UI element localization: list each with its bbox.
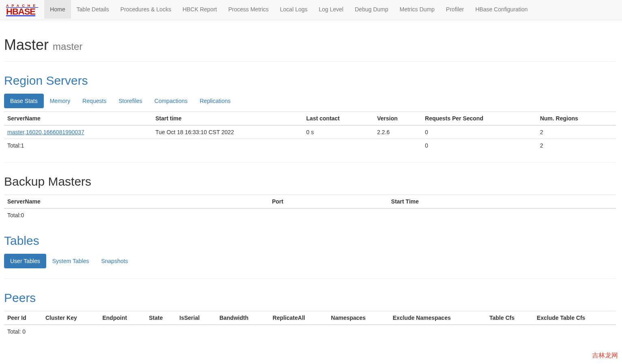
table-row: master,16020,1666081990037Tue Oct 18 16:… <box>4 125 616 139</box>
region-servers-heading[interactable]: Region Servers <box>4 74 88 87</box>
tab-item[interactable]: Requests <box>76 94 112 108</box>
column-header: State <box>146 311 176 325</box>
page-title-sub: master <box>53 41 82 52</box>
backup-masters-heading: Backup Masters <box>4 175 616 188</box>
total-label: Total:1 <box>4 139 152 152</box>
nav-item[interactable]: Local Logs <box>275 0 313 19</box>
nav-item[interactable]: Home <box>44 0 71 19</box>
column-header: ServerName <box>4 112 152 126</box>
column-header: ReplicateAll <box>269 311 328 325</box>
tables-heading[interactable]: Tables <box>4 234 39 247</box>
table-total-row: Total:102 <box>4 139 616 152</box>
nav-item[interactable]: Process Metrics <box>223 0 275 19</box>
region-servers-table: ServerNameStart timeLast contactVersionR… <box>4 111 616 152</box>
nav-item[interactable]: Profiler <box>440 0 470 19</box>
column-header: Last contact <box>303 112 374 126</box>
backup-masters-section: Backup Masters ServerNamePortStart Time … <box>4 175 616 222</box>
tables-section: Tables User TablesSystem TablesSnapshots <box>4 234 616 268</box>
server-link[interactable]: master,16020,1666081990037 <box>7 129 84 135</box>
column-header: Exclude Namespaces <box>390 311 486 325</box>
backup-masters-table: ServerNamePortStart Time Total:0 <box>4 195 616 222</box>
watermark: 吉林龙网 <box>592 351 618 360</box>
nav-item[interactable]: Table Details <box>71 0 115 19</box>
page-header: Master master <box>4 36 616 62</box>
column-header: Namespaces <box>328 311 389 325</box>
nav-item[interactable]: HBase Configuration <box>470 0 533 19</box>
table-row: Total:0 <box>4 208 616 222</box>
tab-item[interactable]: System Tables <box>46 254 95 268</box>
page-title: Master master <box>4 36 616 54</box>
column-header: ServerName <box>4 195 269 209</box>
logo-bottom-text: HBASE <box>6 8 38 16</box>
region-servers-tabs: Base StatsMemoryRequestsStorefilesCompac… <box>4 94 616 108</box>
peers-total: Total: 0 <box>4 325 616 338</box>
tab-item[interactable]: Snapshots <box>95 254 134 268</box>
cell-rps: 0 <box>422 125 537 139</box>
tab-item[interactable]: Compactions <box>148 94 194 108</box>
tab-item[interactable]: Storefiles <box>112 94 148 108</box>
peers-section: Peers Peer IdCluster KeyEndpointStateIsS… <box>4 291 616 338</box>
total-regions: 2 <box>537 139 616 152</box>
column-header: Num. Regions <box>537 112 616 126</box>
column-header: Version <box>374 112 422 126</box>
cell-regions: 2 <box>537 125 616 139</box>
cell-last: 0 s <box>303 125 374 139</box>
page-title-main: Master <box>4 36 49 53</box>
column-header: Bandwidth <box>216 311 269 325</box>
table-row: Total: 0 <box>4 325 616 338</box>
column-header: Endpoint <box>99 311 146 325</box>
nav-item[interactable]: HBCK Report <box>177 0 223 19</box>
column-header: Start time <box>152 112 303 126</box>
cell-version: 2.2.6 <box>374 125 422 139</box>
tables-tabs: User TablesSystem TablesSnapshots <box>4 254 616 268</box>
nav-item[interactable]: Metrics Dump <box>394 0 440 19</box>
nav-item[interactable]: Log Level <box>313 0 349 19</box>
column-header: Port <box>269 195 388 209</box>
nav-list: HomeTable DetailsProcedures & LocksHBCK … <box>44 0 533 20</box>
cell-start: Tue Oct 18 16:33:10 CST 2022 <box>152 125 303 139</box>
tab-item[interactable]: Base Stats <box>4 94 44 108</box>
tab-item[interactable]: User Tables <box>4 254 46 268</box>
peers-heading[interactable]: Peers <box>4 291 36 304</box>
column-header: Table Cfs <box>486 311 534 325</box>
column-header: Start Time <box>388 195 616 209</box>
backup-masters-total: Total:0 <box>4 208 616 222</box>
column-header: Peer Id <box>4 311 42 325</box>
nav-item[interactable]: Procedures & Locks <box>115 0 177 19</box>
total-rps: 0 <box>422 139 537 152</box>
column-header: IsSerial <box>176 311 217 325</box>
column-header: Cluster Key <box>42 311 99 325</box>
region-servers-section: Region Servers Base StatsMemoryRequestsS… <box>4 74 616 152</box>
column-header: Exclude Table Cfs <box>534 311 616 325</box>
tab-item[interactable]: Memory <box>44 94 77 108</box>
top-navbar: APACHE HBASE HomeTable DetailsProcedures… <box>0 0 622 20</box>
column-header: Requests Per Second <box>422 112 537 126</box>
peers-table: Peer IdCluster KeyEndpointStateIsSerialB… <box>4 311 616 338</box>
tab-item[interactable]: Replications <box>193 94 236 108</box>
nav-item[interactable]: Debug Dump <box>349 0 394 19</box>
brand-logo[interactable]: APACHE HBASE <box>0 0 44 20</box>
